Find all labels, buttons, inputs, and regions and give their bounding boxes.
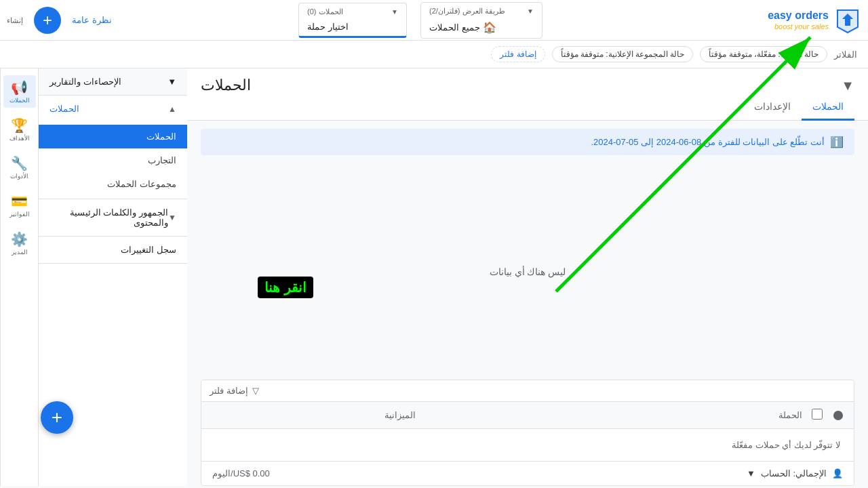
nav-item-tools[interactable]: 🔧 الأدوات	[3, 151, 36, 184]
table-toolbar: ▽ إضافة فلتر	[201, 380, 854, 402]
main-layout: 📢 الحملات 🏆 الأهداف 🔧 الأدوات 💳 الفواتير…	[0, 68, 868, 486]
content-header: ▼ الحملات	[187, 68, 868, 94]
logo-area: easy orders boost your sales	[712, 7, 861, 34]
create-label: إنشاء	[7, 16, 23, 25]
empty-state: ليس هناك أي بيانات	[187, 163, 868, 380]
table-footer: 👤 الإجمالي: الحساب ▼ US$ 0.00/اليوم	[201, 461, 854, 485]
campaigns-section-label: الحملات	[50, 104, 79, 114]
filter-chip-group-status[interactable]: حالة المجموعة الإعلانية: متوقفة مؤقتاً	[552, 46, 694, 62]
filter-funnel-icon: ▽	[252, 386, 259, 396]
footer-chevron[interactable]: ▼	[747, 468, 755, 479]
display-mode-sub: جميع الحملات	[429, 22, 480, 33]
info-bar: ℹ️ أنت تطّلع على البيانات للفترة من 08-0…	[201, 129, 854, 155]
campaigns-nav-icon: 📢	[11, 79, 28, 96]
info-text: أنت تطّلع على البيانات للفترة من 08-06-2…	[591, 137, 825, 147]
campaigns-section-header[interactable]: ▲ الحملات	[39, 96, 187, 122]
stats-header[interactable]: ▼ الإحصاءات والتقارير	[39, 68, 187, 95]
nav-label-campaigns: الحملات	[9, 97, 30, 104]
page-title: الحملات	[201, 77, 251, 94]
audience-label: الجمهور والكلمات الرئيسية والمحتوى	[50, 207, 168, 228]
nav-label-goals: الأهداف	[9, 135, 30, 142]
col-budget-header: الميزانية	[212, 410, 416, 420]
empty-state-text: ليس هناك أي بيانات	[490, 266, 566, 277]
display-mode-dropdown[interactable]: ▼ طريقة العرض (فلتران/2) 🏠 جميع الحملات	[420, 2, 542, 39]
col-status-dot	[823, 411, 843, 420]
table-section: ▽ إضافة فلتر الحملة الميزانية	[201, 380, 854, 486]
main-header: easy orders boost your sales ▼ طريقة الع…	[0, 0, 868, 41]
campaigns-sub: اختيار حملة	[307, 22, 349, 32]
col-checkbox	[802, 409, 823, 422]
footer-left: 👤 الإجمالي: الحساب ▼	[747, 468, 843, 479]
info-icon: ℹ️	[830, 136, 844, 148]
campaigns-count-label: الحملات (0)	[307, 7, 343, 16]
content-tabs: الحملات الإعدادات	[187, 94, 868, 121]
nav-item-campaigns[interactable]: 📢 الحملات	[3, 75, 36, 108]
change-log-header[interactable]: سجل التغييرات	[39, 237, 187, 263]
empty-campaigns-text: لا تتوفّر لديك أي حملات مفعّلة	[732, 440, 840, 450]
filter-label: الفلاتر	[834, 49, 857, 60]
logo-icon	[834, 7, 861, 34]
click-here-annotation: انقر هنا	[258, 277, 313, 298]
change-log-section: سجل التغييرات	[39, 237, 187, 264]
col-campaign-header: الحملة	[416, 410, 802, 420]
nav-label-tools: الأدوات	[10, 173, 28, 180]
header-center: ▼ طريقة العرض (فلتران/2) 🏠 جميع الحملات …	[129, 2, 712, 39]
empty-campaigns: لا تتوفّر لديك أي حملات مفعّلة	[201, 429, 854, 461]
table-header-row: الحملة الميزانية	[201, 402, 854, 429]
nav-item-admin[interactable]: ⚙️ المدير	[3, 227, 36, 260]
create-button[interactable]: +	[34, 7, 61, 34]
nav-item-goals[interactable]: 🏆 الأهداف	[3, 113, 36, 146]
nav-label-invoices: الفواتير	[9, 211, 30, 218]
footer-right: US$ 0.00/اليوم	[212, 468, 270, 479]
footer-amount: US$ 0.00/اليوم	[212, 468, 270, 479]
logo-title: easy orders	[768, 9, 829, 22]
goals-nav-icon: 🏆	[11, 117, 28, 134]
tab-settings[interactable]: الإعدادات	[743, 94, 802, 121]
table-filter-label: إضافة فلتر	[210, 386, 248, 396]
campaign-header-label: الحملة	[778, 410, 802, 420]
status-dot-icon	[833, 411, 843, 420]
logo-subtitle: boost your sales	[768, 22, 829, 31]
account-icon: 👤	[832, 468, 843, 479]
tab-campaigns[interactable]: الحملات	[802, 94, 854, 121]
click-here-text: انقر هنا	[264, 280, 307, 295]
home-icon: 🏠	[483, 21, 496, 34]
left-panel-item-campaigns[interactable]: الحملات	[39, 125, 187, 148]
change-log-label: سجل التغييرات	[121, 245, 176, 255]
budget-header-label: الميزانية	[384, 410, 416, 420]
general-view-link[interactable]: نظرة عامة	[72, 15, 112, 25]
filter-bar: الفلاتر حالة الحملة: مفعّلة، متوقفة مؤقت…	[0, 41, 868, 68]
stats-section: ▼ الإحصاءات والتقارير	[39, 68, 187, 96]
right-sidebar: 📢 الحملات 🏆 الأهداف 🔧 الأدوات 💳 الفواتير…	[0, 68, 38, 486]
header-right: نظرة عامة + إنشاء	[7, 7, 129, 34]
audience-section: ▼ الجمهور والكلمات الرئيسية والمحتوى	[39, 199, 187, 237]
nav-item-invoices[interactable]: 💳 الفواتير	[3, 189, 36, 222]
audience-chevron: ▼	[168, 213, 176, 222]
stats-chevron: ▼	[167, 77, 176, 87]
invoices-nav-icon: 💳	[11, 193, 28, 209]
filter-chip-campaign-status[interactable]: حالة الحملة: مفعّلة، متوقفة مؤقتاً	[700, 46, 827, 62]
campaigns-section-chevron: ▲	[168, 104, 176, 114]
fab-add-button[interactable]: +	[41, 401, 73, 434]
nav-label-admin: المدير	[12, 249, 28, 256]
admin-nav-icon: ⚙️	[11, 231, 28, 247]
campaigns-caret: ▼	[391, 8, 398, 16]
campaigns-section: ▲ الحملات الحملات التجارب مجموعات الحملا…	[39, 96, 187, 199]
stats-label: الإحصاءات والتقارير	[50, 77, 121, 87]
tools-nav-icon: 🔧	[11, 155, 28, 171]
display-mode-caret: ▼	[527, 7, 534, 15]
campaigns-items: الحملات التجارب مجموعات الحملات	[39, 122, 187, 199]
footer-total-label: الإجمالي: الحساب	[761, 468, 827, 479]
table-filter-btn[interactable]: ▽ إضافة فلتر	[210, 386, 259, 396]
left-panel-item-groups[interactable]: مجموعات الحملات	[39, 172, 187, 196]
collapse-icon[interactable]: ▼	[841, 78, 854, 94]
add-filter-chip[interactable]: إضافة فلتر	[491, 46, 545, 62]
campaigns-dropdown[interactable]: ▼ الحملات (0) اختيار حملة	[298, 3, 407, 38]
display-mode-label: طريقة العرض (فلتران/2)	[429, 7, 505, 16]
left-panel-item-experiments[interactable]: التجارب	[39, 148, 187, 172]
logo-text: easy orders boost your sales	[768, 9, 829, 30]
select-all-checkbox[interactable]	[812, 409, 823, 420]
audience-header[interactable]: ▼ الجمهور والكلمات الرئيسية والمحتوى	[39, 199, 187, 236]
